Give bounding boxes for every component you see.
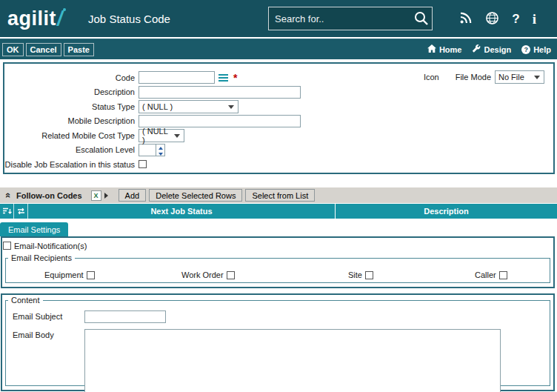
email-notification-checkbox[interactable] [3,242,11,250]
status-type-select[interactable]: ( NULL ) [139,100,239,113]
file-mode-value: No File [498,73,524,82]
description-input[interactable] [139,86,301,99]
escalation-level-label: Escalation Level [4,145,139,154]
collapse-icon[interactable] [3,191,14,200]
sort-icon[interactable] [0,204,14,219]
help-icon[interactable] [512,13,519,25]
search-box [268,7,433,30]
disable-escalation-row: Disable Job Escalation in this status [4,157,553,172]
followon-codes-title: Follow-on Codes [16,191,82,200]
app-logo-accent: / [57,7,63,30]
header-icon-group [459,0,536,37]
icon-file-mode-group: Icon File Mode No File [424,70,544,84]
description-label: Description [4,87,139,96]
help-link-label: Help [533,45,551,54]
recipient-site-label: Site [348,270,362,279]
description-row: Description [4,85,553,100]
menu-lines-icon[interactable] [219,74,228,82]
related-mobile-cost-type-select[interactable]: ( NULL ) [139,129,184,142]
status-type-label: Status Type [4,102,139,111]
required-asterisk: * [233,73,237,83]
home-link[interactable]: Home [427,44,462,54]
email-subject-input[interactable] [84,310,166,323]
spinner-up-icon[interactable] [156,144,164,151]
column-next-job-status[interactable]: Next Job Status [28,204,336,219]
cancel-button[interactable]: Cancel [26,43,61,56]
design-link-label: Design [484,45,511,54]
escalation-level-input[interactable] [139,144,156,156]
toolbar-right-links: Home Design Help [427,44,551,55]
followon-codes-bar: Follow-on Codes X Add Delete Selected Ro… [0,187,557,203]
home-icon [427,44,436,54]
email-notification-label: Email-Notification(s) [14,242,87,250]
mobile-description-input[interactable] [139,115,301,127]
app-header: agilit/ Job Status Code [0,0,557,37]
code-label: Code [4,73,139,82]
app-logo[interactable]: agilit/ [7,7,63,30]
escalation-level-spinner[interactable] [156,144,165,156]
globe-icon[interactable] [485,11,499,27]
select-from-list-button[interactable]: Select from List [245,189,315,202]
disable-escalation-checkbox[interactable] [139,160,147,168]
recipient-equipment: Equipment [44,270,95,279]
design-wrench-icon [472,44,481,55]
email-notification-row: Email-Notification(s) [2,239,553,252]
info-icon[interactable] [533,12,536,26]
search-icon[interactable] [411,7,432,30]
recipient-work-order: Work Order [181,270,235,279]
related-mobile-cost-type-row: Related Mobile Cost Type ( NULL ) [4,128,553,143]
swap-icon[interactable] [14,204,28,219]
recipient-equipment-checkbox[interactable] [87,271,95,279]
tab-email-settings[interactable]: Email Settings [0,222,68,236]
search-input[interactable] [269,7,411,30]
related-mobile-cost-type-value: ( NULL ) [142,127,170,144]
excel-export-icon[interactable]: X [91,190,101,201]
delete-selected-rows-button[interactable]: Delete Selected Rows [149,189,242,202]
recipient-work-order-checkbox[interactable] [227,271,235,279]
column-description[interactable]: Description [336,204,557,219]
ok-button[interactable]: OK [2,43,24,56]
page-title: Job Status Code [88,13,170,25]
app-logo-text: agilit [7,7,56,30]
recipient-equipment-label: Equipment [44,270,84,279]
page: agilit/ Job Status Code OK Cancel Paste [0,0,557,392]
help-link[interactable]: Help [521,45,551,54]
email-body-row: Email Body [6,329,550,392]
email-body-label: Email Body [6,329,84,339]
recipient-caller-checkbox[interactable] [499,271,507,279]
email-subject-row: Email Subject [6,310,550,323]
status-type-value: ( NULL ) [142,102,173,111]
recipient-caller-label: Caller [475,270,496,279]
content-title: Content [8,296,43,305]
followon-grid-header: Next Job Status Description [0,204,557,219]
content-group: Content Email Subject Email Body [5,296,550,386]
recipient-caller: Caller [475,270,507,279]
status-type-row: Status Type ( NULL ) [4,99,553,114]
related-mobile-cost-type-label: Related Mobile Cost Type [4,131,139,140]
disable-escalation-label: Disable Job Escalation in this status [4,160,139,169]
email-content-panel: Content Email Subject Email Body [1,293,555,391]
email-recipients-title: Email Recipients [8,253,75,262]
recipient-site-checkbox[interactable] [365,271,373,279]
escalation-level-row: Escalation Level [4,143,553,158]
job-status-form: Code * Description Status Type ( NULL ) … [3,62,555,174]
spinner-down-icon[interactable] [156,151,164,158]
help-circle-icon [521,45,530,54]
file-mode-select[interactable]: No File [495,70,544,84]
action-toolbar: OK Cancel Paste Home Design Help [0,39,557,59]
paste-button[interactable]: Paste [64,43,94,56]
icon-label: Icon [424,73,439,82]
email-notification-panel: Email-Notification(s) Email Recipients E… [1,236,555,288]
expand-arrow-icon[interactable] [104,193,111,199]
design-link[interactable]: Design [472,44,511,55]
email-subject-label: Email Subject [6,310,84,321]
add-button[interactable]: Add [119,189,147,202]
recipient-work-order-label: Work Order [181,270,224,279]
email-body-textarea[interactable] [84,329,501,392]
mobile-description-label: Mobile Description [4,116,139,125]
code-input[interactable] [139,71,215,84]
home-link-label: Home [439,45,462,54]
rss-icon[interactable] [459,11,473,26]
file-mode-label: File Mode [456,73,491,82]
email-recipients-group: Email Recipients Equipment Work Order Si… [5,253,550,283]
